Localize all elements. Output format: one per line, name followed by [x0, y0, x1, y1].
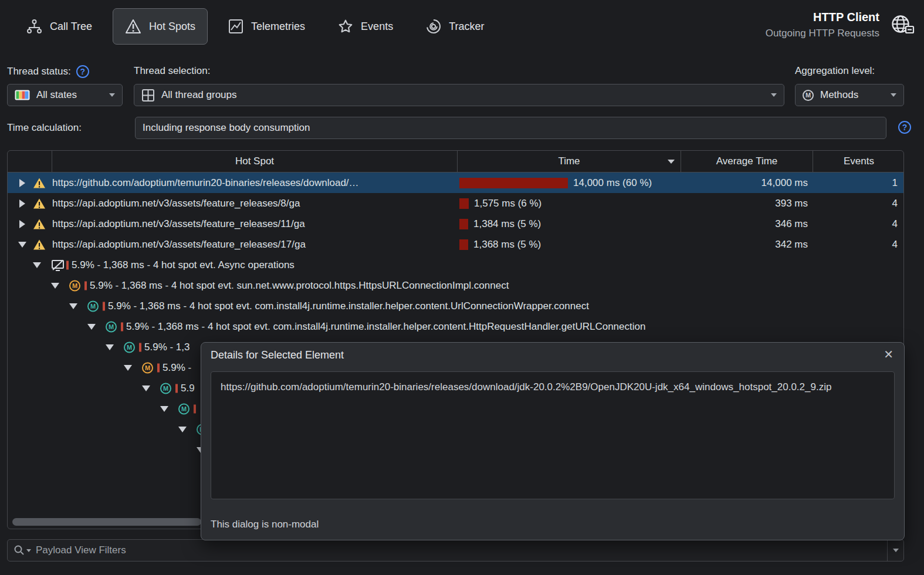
tree-node-label: 5.9% - 1,368 ms - 4 hot spot evt. sun.ne… [90, 280, 509, 292]
payload-filter-dropdown-button[interactable] [887, 540, 903, 561]
warning-icon [33, 239, 46, 250]
column-hot-spot[interactable]: Hot Spot [52, 151, 458, 172]
hotspot-url: https://github.com/adoptium/temurin20-bi… [52, 177, 359, 189]
collapse-arrow-icon[interactable] [142, 385, 150, 391]
payload-view-filters-bar[interactable]: Payload View Filters [7, 539, 904, 562]
time-value: 1,575 ms (6 %) [474, 198, 541, 209]
thread-selection-value: All thread groups [161, 89, 237, 101]
tab-events[interactable]: Events [326, 8, 405, 45]
time-value: 1,384 ms (5 %) [473, 218, 541, 230]
help-icon[interactable]: ? [76, 65, 89, 78]
column-average-time[interactable]: Average Time [681, 151, 813, 172]
warning-icon [33, 198, 46, 209]
tab-label: Hot Spots [149, 21, 195, 33]
tree-row[interactable]: M 5.9% - 1,368 ms - 4 hot spot evt. sun.… [8, 275, 903, 296]
dialog-content[interactable]: https://github.com/adoptium/temurin20-bi… [211, 371, 895, 499]
method-icon-orange: M [142, 362, 153, 373]
events-value: 4 [892, 218, 898, 230]
tab-call-tree[interactable]: Call Tree [14, 8, 104, 45]
tab-label: Tracker [449, 21, 484, 33]
average-time-value: 393 ms [775, 198, 808, 209]
expand-arrow-icon[interactable] [19, 179, 25, 187]
table-row[interactable]: https://api.adoptium.net/v3/assets/featu… [8, 234, 903, 255]
method-icon-teal: M [106, 321, 117, 332]
dialog-title: Details for Selected Element [211, 349, 344, 361]
tree-row[interactable]: 5.9% - 1,368 ms - 4 hot spot evt. Async … [8, 255, 903, 275]
chevron-down-icon [891, 93, 896, 97]
tab-label: Telemetries [251, 21, 305, 33]
view-tabs: Call Tree Hot Spots Telemetries [14, 8, 496, 45]
thread-status-value: All states [36, 89, 77, 101]
column-label: Time [558, 155, 580, 167]
thread-groups-icon [141, 89, 155, 102]
tree-node-label: 5.9% - 1,368 ms - 4 hot spot evt. Async … [72, 259, 295, 271]
events-value: 4 [892, 198, 898, 209]
method-icon-teal: M [178, 403, 189, 414]
thread-status-dropdown[interactable]: All states [7, 84, 123, 106]
expand-arrow-icon[interactable] [19, 199, 25, 208]
thread-states-icon [15, 90, 30, 100]
column-events[interactable]: Events [813, 151, 905, 172]
collapse-arrow-icon[interactable] [106, 344, 114, 350]
tab-hot-spots[interactable]: Hot Spots [113, 8, 208, 45]
collapse-arrow-icon[interactable] [124, 365, 132, 371]
aggregation-value: Methods [820, 89, 858, 101]
hotspot-url: https://api.adoptium.net/v3/assets/featu… [52, 218, 305, 230]
average-time-value: 342 ms [775, 239, 808, 251]
tree-node-label: 5.9% - 1,3 [144, 341, 190, 353]
close-icon[interactable]: ✕ [884, 347, 893, 361]
hotspot-marker [139, 343, 141, 351]
tree-row[interactable]: M 5.9% - 1,368 ms - 4 hot spot evt. com.… [8, 296, 903, 316]
tab-tracker[interactable]: Tracker [414, 8, 496, 45]
events-value: 4 [892, 239, 898, 251]
collapse-arrow-icon[interactable] [18, 242, 26, 248]
help-icon[interactable]: ? [898, 121, 911, 134]
time-value: 14,000 ms (60 %) [573, 177, 652, 189]
collapse-arrow-icon[interactable] [33, 262, 41, 268]
tree-node-label: 5.9% - 1,368 ms - 4 hot spot evt. com.in… [126, 321, 645, 333]
hotspot-marker [121, 322, 123, 331]
tree-node-label: 5.9% - [163, 362, 191, 374]
warning-icon [33, 177, 46, 188]
aggregation-level-label: Aggregation level: [795, 65, 875, 77]
table-row[interactable]: https://api.adoptium.net/v3/assets/featu… [8, 193, 903, 214]
table-header: Hot Spot Time Average Time Events [8, 151, 903, 172]
collapse-arrow-icon[interactable] [51, 283, 59, 289]
tree-node-label: 5.9 [181, 383, 195, 394]
column-label: Average Time [716, 155, 778, 167]
tab-label: Events [361, 21, 393, 33]
payload-filter-input[interactable]: Payload View Filters [36, 544, 126, 556]
globe-icon [890, 14, 915, 38]
table-row[interactable]: https://api.adoptium.net/v3/assets/featu… [8, 214, 903, 234]
collapse-arrow-icon[interactable] [160, 406, 168, 412]
toolbar: Call Tree Hot Spots Telemetries [0, 0, 924, 56]
method-icon-orange: M [69, 280, 80, 291]
column-label: Events [844, 155, 874, 167]
hotspot-marker [157, 363, 160, 372]
horizontal-scrollbar[interactable] [12, 518, 201, 526]
table-row[interactable]: https://github.com/adoptium/temurin20-bi… [8, 172, 903, 193]
view-header: HTTP Client Outgoing HTTP Requests [766, 11, 879, 39]
aggregation-level-dropdown[interactable]: M Methods [795, 84, 904, 106]
warning-icon [33, 218, 46, 229]
average-time-value: 346 ms [775, 218, 808, 230]
tab-label: Call Tree [50, 21, 92, 33]
chevron-down-icon [109, 93, 115, 97]
column-label: Hot Spot [235, 155, 274, 167]
thread-status-label-row: Thread status: ? [7, 65, 89, 78]
column-gutter [8, 151, 52, 172]
collapse-arrow-icon[interactable] [87, 324, 96, 330]
profiler-window: { "colors": { "selection_row": "#1c4163"… [0, 0, 924, 575]
expand-arrow-icon[interactable] [19, 220, 25, 228]
tree-node-label: 5.9% - 1,368 ms - 4 hot spot evt. com.in… [108, 300, 589, 312]
collapse-arrow-icon[interactable] [69, 303, 77, 309]
tree-row[interactable]: M 5.9% - 1,368 ms - 4 hot spot evt. com.… [8, 316, 903, 337]
search-icon[interactable] [13, 544, 31, 556]
column-time[interactable]: Time [458, 151, 681, 172]
thread-selection-dropdown[interactable]: All thread groups [134, 84, 784, 106]
collapse-arrow-icon[interactable] [178, 427, 187, 432]
time-calculation-field[interactable]: Including response body consumption [135, 117, 886, 139]
events-value: 1 [892, 177, 898, 189]
tab-telemetries[interactable]: Telemetries [216, 8, 317, 45]
hotspot-url: https://api.adoptium.net/v3/assets/featu… [52, 239, 306, 251]
